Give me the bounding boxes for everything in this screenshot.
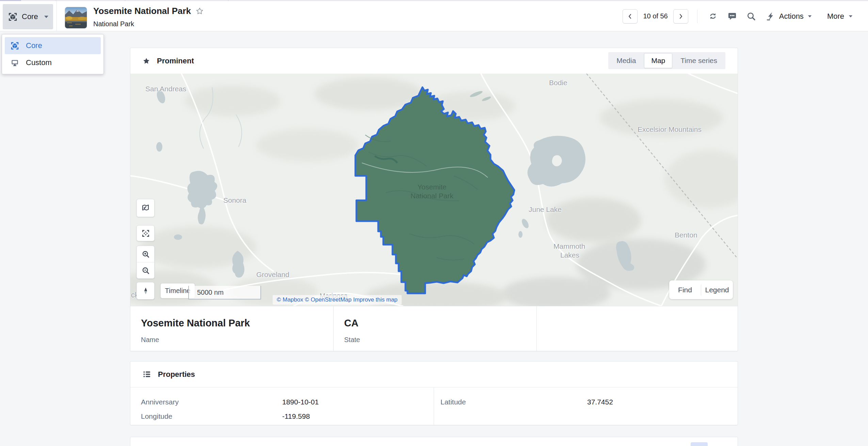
cube-icon bbox=[11, 42, 19, 50]
search-button[interactable] bbox=[744, 10, 758, 23]
comments-button[interactable] bbox=[725, 10, 739, 23]
favorite-star-icon[interactable] bbox=[196, 7, 204, 15]
property-row: Latitude 37.7452 bbox=[434, 395, 738, 409]
zoom-control bbox=[136, 246, 155, 279]
find-button[interactable]: Find bbox=[669, 286, 701, 294]
compass-button[interactable] bbox=[136, 282, 155, 299]
tab-map[interactable]: Map bbox=[644, 53, 672, 68]
page-subtitle: National Park bbox=[93, 20, 204, 28]
chevron-right-icon bbox=[677, 13, 684, 20]
more-button[interactable]: More bbox=[827, 12, 853, 21]
zoom-out-icon bbox=[141, 266, 150, 275]
property-row: Longitude -119.598 bbox=[130, 409, 434, 424]
tab-media[interactable]: Media bbox=[608, 52, 644, 69]
zoom-out-button[interactable] bbox=[137, 262, 154, 278]
refresh-icon bbox=[708, 12, 718, 21]
next-section-card-clipped bbox=[130, 437, 738, 446]
scope-selector-button[interactable]: Core bbox=[3, 4, 53, 29]
section-title: Properties bbox=[158, 370, 195, 379]
chevron-down-icon bbox=[848, 15, 853, 18]
property-value: -119.598 bbox=[282, 412, 310, 420]
entity-thumbnail[interactable] bbox=[65, 7, 87, 29]
cube-icon bbox=[8, 12, 17, 21]
star-filled-icon bbox=[143, 57, 150, 65]
map-scale: 5000 nm bbox=[188, 286, 261, 299]
previous-object-button[interactable] bbox=[623, 9, 638, 24]
map-layers-button[interactable] bbox=[136, 199, 155, 217]
properties-list-icon bbox=[143, 370, 151, 379]
more-label: More bbox=[827, 12, 844, 21]
menu-item-label: Custom bbox=[26, 58, 52, 67]
toolbar-divider bbox=[697, 10, 697, 23]
take-action-icon bbox=[766, 12, 775, 21]
summary-value: CA bbox=[344, 318, 536, 329]
view-switcher: Media Map Time series bbox=[608, 52, 725, 69]
property-label: Latitude bbox=[434, 398, 587, 406]
header-divider bbox=[57, 1, 57, 31]
map-basemap bbox=[130, 74, 738, 306]
chevron-down-icon bbox=[807, 15, 812, 18]
zoom-in-icon bbox=[141, 250, 150, 259]
property-value: 1890-10-01 bbox=[282, 398, 319, 406]
tab-time-series[interactable]: Time series bbox=[672, 52, 725, 69]
scope-dropdown-menu: Core Custom bbox=[2, 34, 104, 74]
refresh-button[interactable] bbox=[706, 10, 720, 23]
properties-table: Anniversary 1890-10-01 Longitude -119.59… bbox=[130, 387, 738, 425]
pagination-counter: 10 of 56 bbox=[643, 12, 668, 20]
menu-item-custom[interactable]: Custom bbox=[5, 54, 101, 71]
comment-icon bbox=[727, 12, 737, 21]
property-value: 37.7452 bbox=[587, 398, 613, 406]
section-title: Prominent bbox=[157, 57, 194, 65]
menu-item-core[interactable]: Core bbox=[5, 37, 101, 54]
map-icon bbox=[141, 203, 150, 213]
property-row: Anniversary 1890-10-01 bbox=[130, 395, 434, 409]
zoom-in-button[interactable] bbox=[137, 246, 154, 262]
highlighted-properties-strip: Yosemite National Park Name CA State bbox=[130, 306, 738, 351]
summary-card-name: Yosemite National Park Name bbox=[130, 306, 334, 351]
actions-button[interactable]: Actions bbox=[766, 12, 812, 21]
summary-value: Yosemite National Park bbox=[141, 318, 333, 329]
monitor-icon bbox=[11, 59, 19, 67]
next-object-button[interactable] bbox=[673, 9, 688, 24]
scope-selector-label: Core bbox=[22, 12, 38, 21]
actions-label: Actions bbox=[779, 12, 804, 21]
menu-item-label: Core bbox=[26, 41, 42, 50]
map-attribution[interactable]: © Mapbox © OpenStreetMap Improve this ma… bbox=[273, 295, 402, 305]
chevron-down-icon bbox=[44, 15, 49, 19]
summary-label: Name bbox=[141, 336, 333, 344]
find-legend-control: Find Legend bbox=[669, 280, 733, 299]
prominent-section-card: Prominent Media Map Time series bbox=[130, 48, 738, 351]
app-header: Core Yosemite National Park bbox=[0, 1, 868, 31]
property-label: Anniversary bbox=[130, 398, 282, 406]
summary-card-state: CA State bbox=[334, 306, 537, 351]
page-title: Yosemite National Park bbox=[93, 6, 191, 16]
search-icon bbox=[746, 12, 756, 21]
chevron-left-icon bbox=[627, 13, 633, 20]
summary-card-empty bbox=[537, 306, 738, 351]
property-label: Longitude bbox=[130, 412, 282, 420]
prominent-header: Prominent Media Map Time series bbox=[130, 48, 738, 74]
compass-needle-icon bbox=[141, 287, 150, 295]
summary-label: State bbox=[344, 336, 536, 344]
zoom-to-fit-button[interactable] bbox=[136, 225, 155, 241]
properties-header: Properties bbox=[130, 362, 738, 387]
zoom-to-fit-icon bbox=[141, 229, 150, 238]
map-canvas[interactable]: San Andreas Sonora Groveland Mariposa ck… bbox=[130, 74, 738, 306]
legend-button[interactable]: Legend bbox=[701, 286, 733, 294]
clipped-blue-chip bbox=[691, 442, 708, 446]
properties-section-card: Properties Anniversary 1890-10-01 Longit… bbox=[130, 361, 738, 425]
